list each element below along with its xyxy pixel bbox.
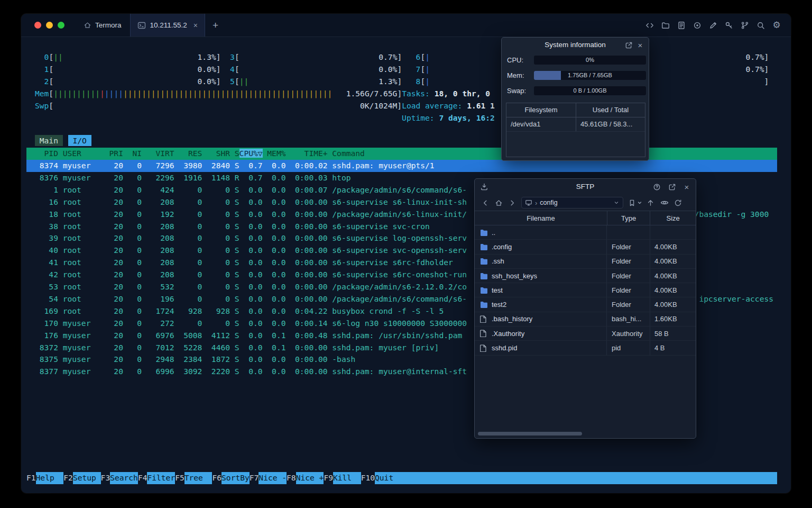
fn-tree-button[interactable]: Tree bbox=[184, 472, 213, 484]
size-column-header[interactable]: Size bbox=[650, 211, 696, 225]
path-breadcrumb[interactable]: › config bbox=[521, 197, 623, 208]
file-size: 4.00KB bbox=[650, 269, 696, 283]
swap-meter-row: Swp[ 0K/1024M]Load average: 1.61 1 bbox=[26, 100, 777, 112]
fn-nice--button[interactable]: Nice - bbox=[259, 472, 287, 484]
used-total-column-header: Used / Total bbox=[576, 103, 645, 117]
log-icon[interactable] bbox=[677, 21, 686, 30]
fn-search-button[interactable]: Search bbox=[110, 472, 138, 484]
sysinfo-meter-label: CPU: bbox=[507, 52, 523, 68]
type-column-header[interactable]: Type bbox=[607, 211, 650, 225]
computer-icon bbox=[525, 199, 532, 206]
htop-tab-main[interactable]: Main bbox=[35, 135, 63, 146]
file-name: test bbox=[492, 283, 606, 297]
fn-key-label: F9 bbox=[324, 472, 333, 484]
file-name: .. bbox=[492, 225, 606, 239]
sysinfo-meter-row: CPU:0% bbox=[502, 52, 649, 68]
app-window: Termora 10.211.55.2 × + ⚙ 0[|| 1.3%] 3[ bbox=[21, 14, 791, 493]
sysinfo-progress-bar: 0% bbox=[534, 56, 646, 65]
sysinfo-meter-row: Swap:0 B / 1.00GB bbox=[502, 83, 649, 98]
sftp-file-row[interactable]: .configFolder4.00KB bbox=[475, 240, 696, 254]
close-window-button[interactable] bbox=[34, 22, 41, 29]
process-row[interactable]: 8374 myuser 20 0 7296 3980 2840 S 0.7 0.… bbox=[26, 160, 777, 172]
fn-sortby-button[interactable]: SortBy bbox=[222, 472, 250, 484]
file-size: 4 B bbox=[650, 341, 696, 355]
code-icon[interactable] bbox=[645, 21, 654, 30]
key-icon[interactable] bbox=[724, 21, 734, 30]
fn-nice--button[interactable]: Nice + bbox=[296, 472, 324, 484]
new-tab-button[interactable]: + bbox=[213, 20, 218, 30]
sftp-file-row[interactable]: .sshFolder4.00KB bbox=[475, 255, 696, 269]
uptime-row: Uptime: 7 days, 16:2 bbox=[26, 112, 777, 124]
tab-home[interactable]: Termora bbox=[75, 14, 130, 37]
edit-icon[interactable] bbox=[708, 21, 718, 30]
open-in-window-icon[interactable] bbox=[624, 41, 633, 49]
record-icon[interactable] bbox=[693, 21, 702, 30]
sftp-file-row[interactable]: sshd.pidpid4 B bbox=[475, 341, 696, 355]
fn-key-label: F3 bbox=[101, 472, 110, 484]
refresh-icon[interactable] bbox=[673, 198, 683, 208]
file-name: .Xauthority bbox=[492, 326, 606, 340]
fn-kill-button[interactable]: Kill bbox=[333, 472, 361, 484]
file-type: Folder bbox=[606, 240, 650, 253]
search-icon[interactable] bbox=[756, 21, 765, 30]
tab-session[interactable]: 10.211.55.2 × bbox=[130, 14, 206, 37]
close-panel-icon[interactable]: × bbox=[682, 183, 691, 191]
scrollbar-thumb[interactable] bbox=[478, 432, 582, 436]
folder-icon bbox=[480, 297, 492, 311]
sftp-file-row[interactable]: testFolder4.00KB bbox=[475, 283, 696, 297]
show-hidden-eye-icon[interactable] bbox=[659, 198, 669, 208]
parent-directory-icon[interactable] bbox=[645, 198, 656, 208]
sftp-titlebar: SFTP × bbox=[475, 179, 696, 195]
htop-tab-io[interactable]: I/O bbox=[68, 135, 91, 146]
current-directory: config bbox=[540, 199, 557, 206]
forward-icon[interactable] bbox=[508, 198, 518, 208]
bookmark-icon[interactable] bbox=[627, 198, 637, 208]
fn-key-label: F1 bbox=[26, 472, 36, 484]
sysinfo-progress-bar: 0 B / 1.00GB bbox=[534, 86, 646, 95]
branch-icon[interactable] bbox=[740, 21, 750, 30]
file-name: .config bbox=[492, 240, 606, 253]
htop-screen-tabs: Main I/O bbox=[26, 135, 91, 146]
open-in-window-icon[interactable] bbox=[668, 183, 676, 191]
sftp-file-row[interactable]: .bash_historybash_hi...1.60KB bbox=[475, 312, 696, 326]
sftp-file-row[interactable]: .. bbox=[475, 225, 696, 240]
filesystem-row[interactable]: /dev/vda145.61GB / 58.3... bbox=[506, 117, 645, 132]
file-icon bbox=[480, 341, 492, 355]
fn-setup-button[interactable]: Setup bbox=[73, 472, 101, 484]
folder-icon[interactable] bbox=[661, 21, 670, 30]
close-panel-icon[interactable]: × bbox=[636, 41, 644, 49]
memory-meter-row: Mem[||||||||||||||||||||||||||||||||||||… bbox=[26, 88, 777, 100]
horizontal-scrollbar[interactable] bbox=[475, 432, 696, 436]
filename-column-header[interactable]: Filename bbox=[475, 214, 607, 222]
sftp-file-row[interactable]: ssh_host_keysFolder4.00KB bbox=[475, 269, 696, 283]
fn-help-button[interactable]: Help bbox=[36, 472, 64, 484]
cpu-meter-row: 2[ 0.0%] 5[|| 1.3%] 8[| ] bbox=[26, 76, 777, 88]
file-type: pid bbox=[606, 341, 650, 355]
fn-key-label: F2 bbox=[63, 472, 73, 484]
back-icon[interactable] bbox=[480, 198, 490, 208]
bookmark-caret-icon[interactable] bbox=[638, 201, 642, 205]
file-size: 4.00KB bbox=[650, 283, 696, 297]
home-dir-icon[interactable] bbox=[494, 198, 504, 208]
fn-quit-button[interactable]: Quit bbox=[375, 472, 403, 484]
file-type: Folder bbox=[606, 269, 650, 283]
sftp-file-row[interactable]: .XauthorityXauthority58 B bbox=[475, 326, 696, 341]
file-type: Folder bbox=[606, 297, 650, 311]
sftp-table-header[interactable]: Filename Type Size bbox=[475, 211, 696, 225]
settings-icon[interactable]: ⚙ bbox=[772, 21, 781, 30]
fn-key-label: F10 bbox=[361, 472, 375, 484]
fn-filter-button[interactable]: Filter bbox=[147, 472, 175, 484]
file-type bbox=[606, 225, 650, 239]
file-size: 58 B bbox=[650, 326, 696, 340]
file-name: ssh_host_keys bbox=[492, 269, 606, 283]
toolbar: ⚙ bbox=[645, 21, 781, 30]
zoom-window-button[interactable] bbox=[58, 22, 64, 29]
sysinfo-titlebar: System information × bbox=[502, 38, 649, 52]
close-tab-icon[interactable]: × bbox=[193, 21, 198, 30]
minimize-window-button[interactable] bbox=[46, 22, 53, 29]
sftp-file-row[interactable]: test2Folder4.00KB bbox=[475, 297, 696, 312]
help-icon[interactable] bbox=[652, 183, 661, 191]
filesystem-usage: 45.61GB / 58.3... bbox=[576, 117, 645, 131]
process-table-header[interactable]: PID USER PRI NI VIRT RES SHR SCPU%▽ MEM%… bbox=[26, 148, 777, 160]
chevron-down-icon[interactable] bbox=[613, 199, 620, 206]
